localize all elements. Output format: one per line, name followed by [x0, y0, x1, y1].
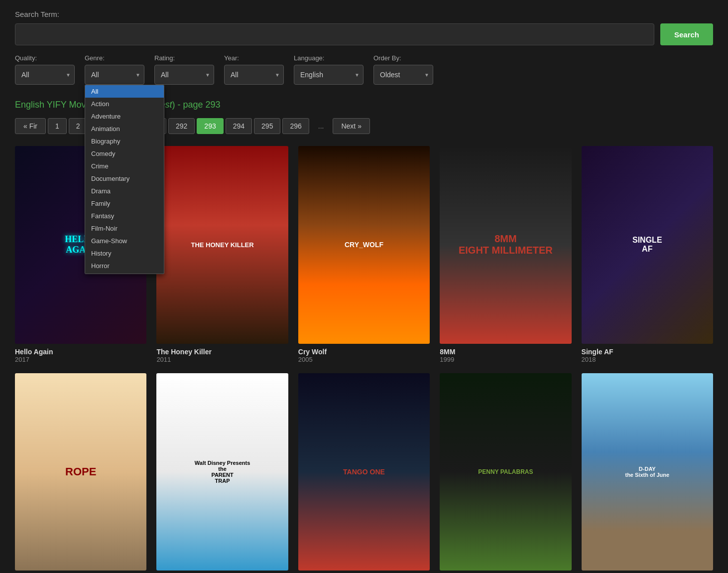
genre-item-animation[interactable]: Animation [85, 123, 164, 135]
rating-select[interactable]: All [154, 65, 214, 85]
genre-item-comedy[interactable]: Comedy [85, 147, 164, 160]
genre-item-fantasy[interactable]: Fantasy [85, 210, 164, 222]
genre-item-music[interactable]: Music [85, 272, 164, 274]
order-by-filter: Order By: Oldest Latest Seeds Rating [373, 54, 433, 85]
movie-card-single-af[interactable]: SINGLE AFSingle AF2018 [582, 146, 713, 363]
movie-card-rope[interactable]: ROPERope1948 [15, 373, 146, 573]
movie-card-cry-wolf[interactable]: CRY_WOLFCry Wolf2005 [298, 146, 430, 363]
movie-year: 2018 [582, 356, 713, 363]
genre-item-crime[interactable]: Crime [85, 160, 164, 172]
quality-filter: Quality: All 720p 1080p 2160p 3D [15, 54, 75, 85]
movie-card-8mm[interactable]: 8MM EIGHT MILLIMETER8MM1999 [440, 146, 571, 363]
page-btn-1[interactable]: 1 [48, 118, 67, 134]
movie-card-the-honey-killer[interactable]: THE HONEY KILLERThe Honey Killer2011 [156, 146, 288, 363]
search-input[interactable] [15, 23, 654, 45]
movie-title: The Honey Killer [156, 348, 288, 356]
movie-year: 2017 [15, 356, 146, 363]
movie-card-the-parent-trap[interactable]: Walt Disney Presents the PARENT TRAPThe … [156, 373, 288, 573]
search-button[interactable]: Search [660, 23, 713, 45]
movies-grid-row2: ROPERope1948Walt Disney Presents the PAR… [15, 373, 713, 573]
genre-item-game-show[interactable]: Game-Show [85, 235, 164, 247]
quality-select[interactable]: All 720p 1080p 2160p 3D [15, 65, 75, 85]
genre-dropdown-container: AllActionAdventureAnimationBiographyCome… [85, 85, 164, 274]
genre-item-adventure[interactable]: Adventure [85, 110, 164, 123]
rating-label: Rating: [154, 54, 214, 62]
pagination-dots-2: ... [311, 119, 331, 134]
year-select-wrapper: All [224, 65, 284, 85]
movie-title: Single AF [582, 348, 713, 356]
movie-title: 8MM [440, 348, 571, 356]
page-btn-294[interactable]: 294 [226, 118, 252, 134]
order-by-select-wrapper: Oldest Latest Seeds Rating [373, 65, 433, 85]
language-select[interactable]: English All French German [294, 65, 364, 85]
year-label: Year: [224, 54, 284, 62]
language-label: Language: [294, 54, 364, 62]
movie-card-d-day-the-sixth-of-june[interactable]: D-DAY the Sixth of JuneD-Day the Sixth o… [582, 373, 713, 573]
movie-year: 2011 [156, 356, 288, 363]
page-btn-293[interactable]: 293 [197, 118, 223, 134]
movie-card-penny-palabras[interactable]: PENNY PALABRASPenny Palabras2017 [440, 373, 571, 573]
language-filter: Language: English All French German [294, 54, 364, 85]
quality-label: Quality: [15, 54, 75, 62]
movie-card-tango-one[interactable]: TANGO ONETango One2018 [298, 373, 430, 573]
filters-row: Quality: All 720p 1080p 2160p 3D Genre: … [15, 54, 713, 85]
movie-title: Cry Wolf [298, 348, 430, 356]
rating-select-wrapper: All [154, 65, 214, 85]
genre-dropdown: AllActionAdventureAnimationBiographyCome… [85, 85, 164, 274]
order-by-select[interactable]: Oldest Latest Seeds Rating [373, 65, 433, 85]
genre-select-wrapper: All [85, 65, 144, 85]
movie-year: 1999 [440, 356, 571, 363]
movie-year: 2005 [298, 356, 430, 363]
genre-filter: Genre: All AllActionAdventureAnimationBi… [85, 54, 144, 85]
genre-item-family[interactable]: Family [85, 197, 164, 210]
search-row: Search [15, 23, 713, 45]
year-select[interactable]: All [224, 65, 284, 85]
movie-title: Hello Again [15, 348, 146, 356]
next-page-button[interactable]: Next » [333, 118, 369, 134]
page-btn-292[interactable]: 292 [168, 118, 195, 134]
genre-item-drama[interactable]: Drama [85, 185, 164, 197]
genre-item-all[interactable]: All [85, 85, 164, 98]
genre-item-horror[interactable]: Horror [85, 260, 164, 272]
rating-filter: Rating: All [154, 54, 214, 85]
order-by-label: Order By: [373, 54, 433, 62]
genre-item-history[interactable]: History [85, 247, 164, 260]
genre-item-action[interactable]: Action [85, 98, 164, 110]
quality-select-wrapper: All 720p 1080p 2160p 3D [15, 65, 75, 85]
year-filter: Year: All [224, 54, 284, 85]
genre-item-film-noir[interactable]: Film-Noir [85, 222, 164, 235]
genre-label: Genre: [85, 54, 144, 62]
language-select-wrapper: English All French German [294, 65, 364, 85]
first-page-button[interactable]: « Fir [15, 118, 46, 134]
page-btn-295[interactable]: 295 [254, 118, 280, 134]
page-btn-296[interactable]: 296 [282, 118, 309, 134]
genre-item-biography[interactable]: Biography [85, 135, 164, 147]
genre-select[interactable]: All [85, 65, 144, 85]
search-term-label: Search Term: [15, 10, 713, 18]
genre-item-documentary[interactable]: Documentary [85, 172, 164, 185]
